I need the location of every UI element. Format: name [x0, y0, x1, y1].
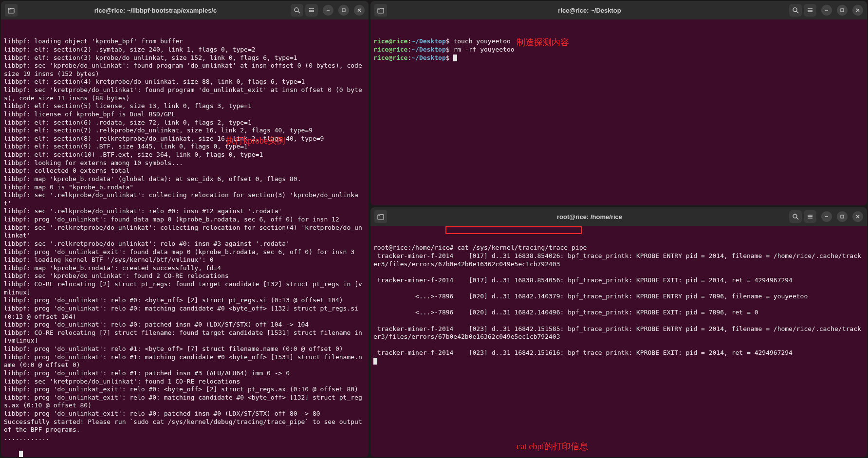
maximize-button[interactable] [837, 5, 848, 16]
svg-line-12 [796, 11, 798, 13]
prompt-line: rice@rice:~/Desktop$ touch youyeetoo [373, 37, 864, 46]
minimize-button[interactable] [323, 5, 333, 16]
svg-rect-27 [841, 215, 844, 218]
cursor [19, 451, 23, 457]
prompt-line: root@rice:/home/rice# cat /sys/kernel/tr… [373, 244, 864, 252]
svg-rect-7 [342, 9, 345, 12]
output-line: tracker-miner-f-2014 [023] d..31 16842.1… [373, 349, 864, 357]
svg-point-11 [793, 8, 797, 12]
annotation-bottom-right: cat ebpf的打印信息 [517, 441, 588, 452]
prompt-line: rice@rice:~/Desktop$ [373, 54, 864, 62]
search-button[interactable] [291, 4, 303, 17]
maximize-button[interactable] [837, 211, 848, 222]
svg-rect-17 [841, 9, 844, 12]
output-line: tracker-miner-f-2014 [017] d..31 16838.8… [373, 276, 864, 285]
minimize-button[interactable] [821, 211, 832, 222]
prompt-line: rice@rice:~/Desktop$ rm -rf youyeetoo [373, 46, 864, 54]
svg-point-21 [793, 214, 797, 218]
terminal-body-bottom-right[interactable]: root@rice:/home/rice# cat /sys/kernel/tr… [370, 226, 867, 457]
new-tab-button[interactable] [374, 4, 387, 17]
menu-button[interactable] [804, 210, 816, 223]
output-line: tracker-miner-f-2014 [023] d..31 16842.1… [373, 325, 864, 341]
terminal-bottom-right: root@rice: /home/rice root@rice:/home/ri… [370, 207, 867, 457]
minimize-button[interactable] [821, 5, 832, 16]
menu-button[interactable] [305, 4, 318, 17]
close-button[interactable] [852, 211, 863, 222]
window-title: root@rice: /home/rice [390, 213, 789, 220]
terminal-left: rice@rice: ~/libbpf-bootstrap/examples/c… [1, 1, 369, 457]
output-line: <...>-7896 [020] d..31 16842.140496: bpf… [373, 309, 864, 317]
close-button[interactable] [852, 5, 863, 16]
output-line [373, 341, 864, 349]
output-line [373, 301, 864, 309]
close-button[interactable] [354, 5, 365, 16]
output-line: <...>-7896 [020] d..31 16842.140379: bpf… [373, 293, 864, 301]
svg-line-2 [298, 11, 300, 13]
titlebar-left: rice@rice: ~/libbpf-bootstrap/examples/c [1, 1, 369, 19]
output-line [373, 317, 864, 325]
titlebar-top-right: rice@rice: ~/Desktop [370, 1, 867, 19]
search-button[interactable] [789, 4, 802, 17]
output-line [373, 268, 864, 276]
window-title: rice@rice: ~/libbpf-bootstrap/examples/c [20, 7, 291, 14]
maximize-button[interactable] [338, 5, 349, 16]
new-tab-button[interactable] [374, 210, 387, 223]
output-line: tracker-miner-f-2014 [017] d..31 16838.8… [373, 252, 864, 268]
terminal-body-left[interactable]: libbpf: loading object 'kprobe_bpf' from… [1, 19, 369, 457]
terminal-body-top-right[interactable]: rice@rice:~/Desktop$ touch youyeetoorice… [370, 19, 867, 205]
output-line [373, 284, 864, 293]
svg-point-1 [295, 8, 298, 12]
new-tab-button[interactable] [5, 4, 18, 17]
terminal-top-right: rice@rice: ~/Desktop rice@rice:~/Desktop… [370, 1, 867, 205]
highlight-box [445, 226, 582, 234]
svg-line-22 [796, 218, 798, 220]
window-title: rice@rice: ~/Desktop [390, 7, 789, 14]
titlebar-bottom-right: root@rice: /home/rice [370, 207, 867, 226]
menu-button[interactable] [804, 4, 816, 17]
search-button[interactable] [789, 210, 802, 223]
